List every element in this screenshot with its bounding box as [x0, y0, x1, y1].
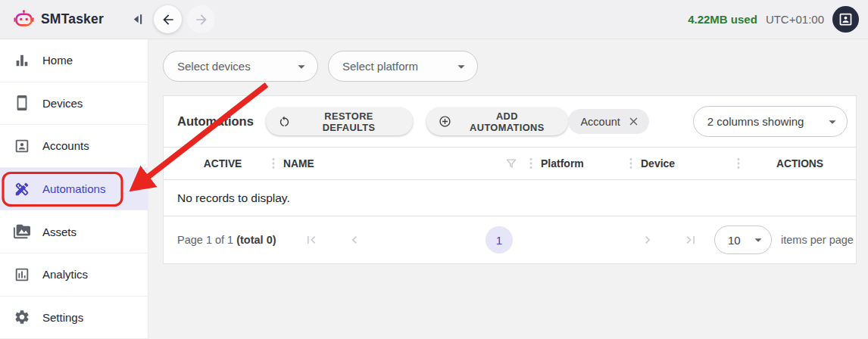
select-devices-dropdown[interactable]: Select devices: [163, 51, 318, 82]
page-size-dropdown[interactable]: 10: [714, 225, 772, 254]
sidebar-item-settings[interactable]: Settings: [0, 297, 148, 339]
bar-chart-icon: [14, 52, 30, 69]
chip-label: Account: [580, 116, 620, 128]
timezone-label: UTC+01:00: [766, 13, 824, 26]
column-menu-icon[interactable]: [626, 157, 636, 170]
page-summary: Page 1 of 1 (total 0): [177, 234, 276, 246]
total-count: (total 0): [236, 234, 276, 246]
sidebar-item-label: Accounts: [42, 139, 89, 152]
avatar[interactable]: [832, 6, 859, 33]
previous-page-button[interactable]: [347, 232, 362, 247]
smartphone-icon: [14, 95, 30, 111]
column-menu-icon[interactable]: [733, 157, 744, 170]
column-header-active[interactable]: ACTIVE: [177, 158, 268, 170]
sidebar-item-label: Automations: [42, 182, 105, 195]
panel-toolbar: Automations RESTORE DEFAULTS ADD AUTOMAT…: [164, 96, 856, 147]
select-platform-value: Select platform: [342, 60, 418, 73]
column-header-name[interactable]: NAME: [279, 157, 526, 170]
next-page-button[interactable]: [640, 232, 655, 247]
sidebar-item-label: Devices: [42, 97, 83, 110]
add-automations-button[interactable]: ADD AUTOMATIONS: [426, 107, 568, 135]
filter-row: Select devices Select platform: [163, 51, 868, 82]
chevron-down-icon: [750, 232, 767, 248]
sidebar: Home Devices Accounts Automations: [0, 39, 148, 339]
add-automations-label: ADD AUTOMATIONS: [457, 110, 556, 133]
topbar-right: 4.22MB used UTC+01:00: [688, 6, 868, 33]
portrait-icon: [838, 11, 854, 27]
brand: SMTasker: [0, 9, 121, 30]
add-circle-icon: [439, 115, 451, 128]
collapse-sidebar-icon[interactable]: [132, 12, 146, 26]
column-header-name-label: NAME: [283, 158, 314, 170]
table-header-row: ACTIVE NAME Platform: [164, 147, 856, 180]
sidebar-item-label: Analytics: [42, 268, 88, 281]
back-button[interactable]: [154, 5, 182, 33]
page-number-button[interactable]: 1: [486, 226, 513, 253]
sidebar-item-label: Settings: [42, 311, 83, 324]
chart-box-icon: [14, 266, 30, 283]
items-per-page-label: items per page: [781, 234, 854, 246]
page-summary-text: Page 1 of 1: [177, 234, 233, 246]
column-header-actions[interactable]: ACTIONS: [744, 158, 856, 170]
sidebar-item-accounts[interactable]: Accounts: [0, 125, 148, 168]
robot-logo-icon: [14, 9, 34, 30]
columns-dropdown-value: 2 columns showing: [707, 115, 804, 128]
automations-panel: Automations RESTORE DEFAULTS ADD AUTOMAT…: [163, 95, 857, 264]
pagination-bar: Page 1 of 1 (total 0) 1: [164, 216, 856, 263]
restart-icon: [278, 115, 291, 128]
portrait-icon: [14, 138, 30, 154]
chevron-down-icon: [453, 58, 470, 75]
column-header-device[interactable]: Device: [636, 157, 733, 170]
column-header-platform[interactable]: Platform: [536, 157, 626, 170]
sidebar-item-label: Assets: [42, 225, 76, 238]
crossed-tools-icon: [14, 181, 30, 197]
app-title: SMTasker: [41, 11, 104, 27]
last-page-button[interactable]: [683, 232, 698, 247]
main-content: Select devices Select platform Automatio…: [148, 39, 868, 339]
sidebar-item-automations[interactable]: Automations: [0, 168, 148, 211]
storage-usage: 4.22MB used: [688, 13, 757, 26]
forward-button[interactable]: [187, 5, 215, 33]
select-platform-dropdown[interactable]: Select platform: [328, 51, 478, 82]
empty-message: No records to display.: [164, 180, 856, 216]
column-menu-icon[interactable]: [268, 157, 279, 170]
account-filter-chip[interactable]: Account: [568, 109, 648, 134]
sidebar-item-label: Home: [42, 54, 73, 67]
media-folder-icon: [14, 223, 30, 240]
first-page-button[interactable]: [304, 232, 319, 247]
topbar: SMTasker 4.22MB used UTC+01:00: [0, 0, 868, 39]
panel-title: Automations: [177, 114, 254, 129]
sidebar-item-devices[interactable]: Devices: [0, 82, 148, 126]
column-menu-icon[interactable]: [526, 157, 536, 170]
page-size-value: 10: [728, 234, 741, 247]
columns-dropdown[interactable]: 2 columns showing: [693, 106, 848, 137]
sidebar-item-home[interactable]: Home: [0, 39, 148, 82]
chevron-down-icon: [293, 58, 310, 75]
remove-chip-icon[interactable]: [627, 115, 640, 128]
chevron-down-icon: [824, 114, 841, 130]
app-root: SMTasker 4.22MB used UTC+01:00: [0, 0, 868, 339]
sidebar-item-analytics[interactable]: Analytics: [0, 253, 148, 297]
restore-defaults-label: RESTORE DEFAULTS: [297, 110, 401, 133]
filter-funnel-icon[interactable]: [504, 157, 518, 170]
restore-defaults-button[interactable]: RESTORE DEFAULTS: [266, 107, 413, 135]
gear-icon: [14, 309, 30, 325]
sidebar-item-assets[interactable]: Assets: [0, 210, 148, 253]
select-devices-value: Select devices: [177, 60, 251, 73]
